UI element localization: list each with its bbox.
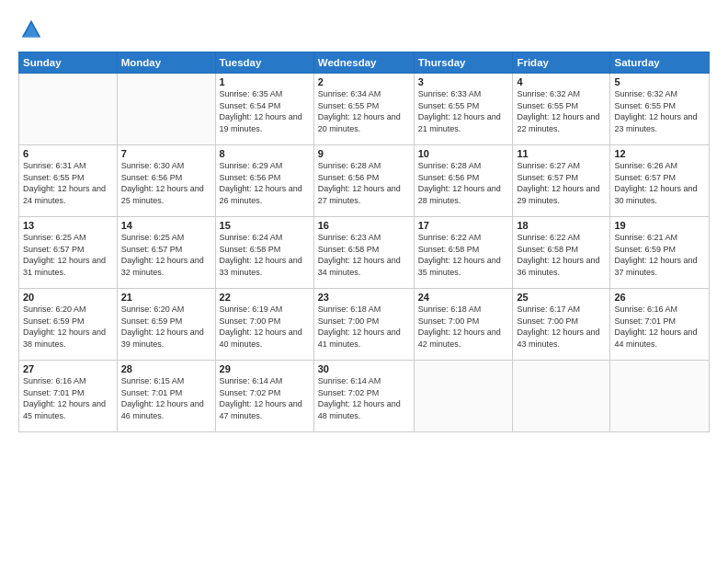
calendar-cell: 20Sunrise: 6:20 AMSunset: 6:59 PMDayligh… — [19, 289, 118, 361]
calendar-cell: 8Sunrise: 6:29 AMSunset: 6:56 PMDaylight… — [215, 145, 313, 217]
header — [18, 17, 710, 42]
day-number: 1 — [220, 76, 310, 87]
day-number: 29 — [220, 363, 310, 374]
day-number: 28 — [121, 363, 211, 374]
day-number: 18 — [517, 220, 606, 231]
day-number: 14 — [121, 220, 211, 231]
day-number: 26 — [614, 292, 705, 303]
day-info: Sunrise: 6:21 AMSunset: 6:59 PMDaylight:… — [614, 232, 705, 278]
day-number: 10 — [418, 148, 509, 159]
calendar-cell: 28Sunrise: 6:15 AMSunset: 7:01 PMDayligh… — [117, 361, 215, 432]
calendar-cell: 30Sunrise: 6:14 AMSunset: 7:02 PMDayligh… — [313, 361, 414, 432]
calendar-cell: 1Sunrise: 6:35 AMSunset: 6:54 PMDaylight… — [215, 74, 313, 145]
calendar-header-monday: Monday — [117, 52, 215, 74]
calendar-cell: 9Sunrise: 6:28 AMSunset: 6:56 PMDaylight… — [313, 145, 414, 217]
calendar-header-sunday: Sunday — [19, 52, 118, 74]
day-info: Sunrise: 6:24 AMSunset: 6:58 PMDaylight:… — [220, 232, 310, 278]
calendar-table: SundayMondayTuesdayWednesdayThursdayFrid… — [18, 52, 710, 432]
day-info: Sunrise: 6:14 AMSunset: 7:02 PMDaylight:… — [220, 375, 310, 421]
day-info: Sunrise: 6:18 AMSunset: 7:00 PMDaylight:… — [418, 304, 509, 350]
day-info: Sunrise: 6:28 AMSunset: 6:56 PMDaylight:… — [318, 160, 410, 206]
day-number: 30 — [318, 363, 410, 374]
day-info: Sunrise: 6:27 AMSunset: 6:57 PMDaylight:… — [517, 160, 606, 206]
day-number: 6 — [23, 148, 113, 159]
day-number: 15 — [220, 220, 310, 231]
day-number: 23 — [318, 292, 410, 303]
calendar-cell — [610, 361, 710, 432]
calendar-cell — [513, 361, 610, 432]
calendar-header-wednesday: Wednesday — [313, 52, 414, 74]
day-info: Sunrise: 6:33 AMSunset: 6:55 PMDaylight:… — [418, 88, 509, 134]
calendar-cell: 23Sunrise: 6:18 AMSunset: 7:00 PMDayligh… — [313, 289, 414, 361]
calendar-cell — [19, 74, 118, 145]
day-number: 17 — [418, 220, 509, 231]
calendar-cell: 15Sunrise: 6:24 AMSunset: 6:58 PMDayligh… — [215, 217, 313, 289]
day-number: 16 — [318, 220, 410, 231]
day-number: 7 — [121, 148, 211, 159]
calendar-cell: 19Sunrise: 6:21 AMSunset: 6:59 PMDayligh… — [610, 217, 710, 289]
day-info: Sunrise: 6:22 AMSunset: 6:58 PMDaylight:… — [418, 232, 509, 278]
day-info: Sunrise: 6:25 AMSunset: 6:57 PMDaylight:… — [121, 232, 211, 278]
day-info: Sunrise: 6:14 AMSunset: 7:02 PMDaylight:… — [318, 375, 410, 421]
calendar-week-row: 13Sunrise: 6:25 AMSunset: 6:57 PMDayligh… — [19, 217, 710, 289]
day-number: 11 — [517, 148, 606, 159]
calendar-header-friday: Friday — [513, 52, 610, 74]
calendar-cell: 4Sunrise: 6:32 AMSunset: 6:55 PMDaylight… — [513, 74, 610, 145]
day-info: Sunrise: 6:18 AMSunset: 7:00 PMDaylight:… — [318, 304, 410, 350]
calendar-header-tuesday: Tuesday — [215, 52, 313, 74]
day-info: Sunrise: 6:23 AMSunset: 6:58 PMDaylight:… — [318, 232, 410, 278]
calendar-header-thursday: Thursday — [414, 52, 513, 74]
day-info: Sunrise: 6:17 AMSunset: 7:00 PMDaylight:… — [517, 304, 606, 350]
calendar-cell: 18Sunrise: 6:22 AMSunset: 6:58 PMDayligh… — [513, 217, 610, 289]
day-info: Sunrise: 6:16 AMSunset: 7:01 PMDaylight:… — [614, 304, 705, 350]
logo — [18, 17, 48, 42]
day-info: Sunrise: 6:25 AMSunset: 6:57 PMDaylight:… — [23, 232, 113, 278]
day-number: 20 — [23, 292, 113, 303]
day-number: 2 — [318, 76, 410, 87]
calendar-cell: 29Sunrise: 6:14 AMSunset: 7:02 PMDayligh… — [215, 361, 313, 432]
calendar-cell: 7Sunrise: 6:30 AMSunset: 6:56 PMDaylight… — [117, 145, 215, 217]
day-info: Sunrise: 6:20 AMSunset: 6:59 PMDaylight:… — [23, 304, 113, 350]
day-info: Sunrise: 6:16 AMSunset: 7:01 PMDaylight:… — [23, 375, 113, 421]
calendar-cell: 17Sunrise: 6:22 AMSunset: 6:58 PMDayligh… — [414, 217, 513, 289]
day-number: 9 — [318, 148, 410, 159]
day-number: 3 — [418, 76, 509, 87]
calendar-cell: 3Sunrise: 6:33 AMSunset: 6:55 PMDaylight… — [414, 74, 513, 145]
day-number: 25 — [517, 292, 606, 303]
day-info: Sunrise: 6:34 AMSunset: 6:55 PMDaylight:… — [318, 88, 410, 134]
calendar-week-row: 27Sunrise: 6:16 AMSunset: 7:01 PMDayligh… — [19, 361, 710, 432]
calendar-header-saturday: Saturday — [610, 52, 710, 74]
day-number: 12 — [614, 148, 705, 159]
day-number: 24 — [418, 292, 509, 303]
calendar-cell — [414, 361, 513, 432]
day-info: Sunrise: 6:35 AMSunset: 6:54 PMDaylight:… — [220, 88, 310, 134]
page: SundayMondayTuesdayWednesdayThursdayFrid… — [0, 0, 728, 563]
day-info: Sunrise: 6:26 AMSunset: 6:57 PMDaylight:… — [614, 160, 705, 206]
calendar-week-row: 1Sunrise: 6:35 AMSunset: 6:54 PMDaylight… — [19, 74, 710, 145]
logo-icon — [18, 17, 44, 42]
day-info: Sunrise: 6:30 AMSunset: 6:56 PMDaylight:… — [121, 160, 211, 206]
calendar-cell: 24Sunrise: 6:18 AMSunset: 7:00 PMDayligh… — [414, 289, 513, 361]
calendar-cell: 21Sunrise: 6:20 AMSunset: 6:59 PMDayligh… — [117, 289, 215, 361]
day-info: Sunrise: 6:32 AMSunset: 6:55 PMDaylight:… — [517, 88, 606, 134]
day-info: Sunrise: 6:32 AMSunset: 6:55 PMDaylight:… — [614, 88, 705, 134]
calendar-cell: 2Sunrise: 6:34 AMSunset: 6:55 PMDaylight… — [313, 74, 414, 145]
day-number: 27 — [23, 363, 113, 374]
calendar-cell: 6Sunrise: 6:31 AMSunset: 6:55 PMDaylight… — [19, 145, 118, 217]
day-number: 5 — [614, 76, 705, 87]
day-info: Sunrise: 6:22 AMSunset: 6:58 PMDaylight:… — [517, 232, 606, 278]
calendar-cell: 25Sunrise: 6:17 AMSunset: 7:00 PMDayligh… — [513, 289, 610, 361]
day-number: 13 — [23, 220, 113, 231]
day-number: 22 — [220, 292, 310, 303]
calendar-cell: 5Sunrise: 6:32 AMSunset: 6:55 PMDaylight… — [610, 74, 710, 145]
day-info: Sunrise: 6:31 AMSunset: 6:55 PMDaylight:… — [23, 160, 113, 206]
calendar-cell: 14Sunrise: 6:25 AMSunset: 6:57 PMDayligh… — [117, 217, 215, 289]
day-number: 21 — [121, 292, 211, 303]
calendar-cell: 12Sunrise: 6:26 AMSunset: 6:57 PMDayligh… — [610, 145, 710, 217]
calendar-cell: 26Sunrise: 6:16 AMSunset: 7:01 PMDayligh… — [610, 289, 710, 361]
day-info: Sunrise: 6:28 AMSunset: 6:56 PMDaylight:… — [418, 160, 509, 206]
day-info: Sunrise: 6:20 AMSunset: 6:59 PMDaylight:… — [121, 304, 211, 350]
calendar-cell: 16Sunrise: 6:23 AMSunset: 6:58 PMDayligh… — [313, 217, 414, 289]
calendar-cell: 10Sunrise: 6:28 AMSunset: 6:56 PMDayligh… — [414, 145, 513, 217]
calendar-cell: 27Sunrise: 6:16 AMSunset: 7:01 PMDayligh… — [19, 361, 118, 432]
